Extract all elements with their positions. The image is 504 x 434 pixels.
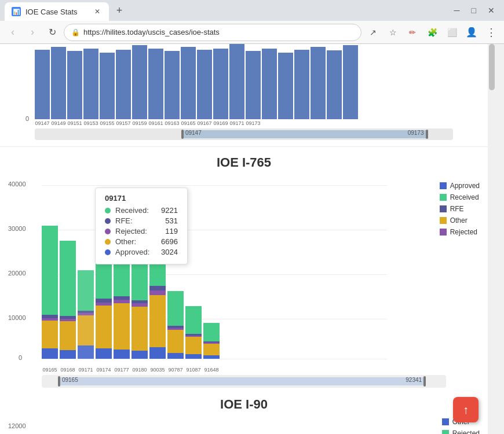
top-bar-chart: 0 xyxy=(0,44,488,147)
close-icon[interactable]: ✕ xyxy=(483,5,499,16)
slider-left-handle[interactable] xyxy=(181,130,184,139)
chart-765-slider[interactable]: 09165 92341 xyxy=(42,375,446,388)
x-label-09167: 09167 xyxy=(197,120,212,126)
scroll-up-button[interactable]: ↑ xyxy=(453,397,479,422)
y-label-40000: 40000 xyxy=(8,181,26,187)
forward-button[interactable]: › xyxy=(24,24,41,41)
chart-slider-left-label: 09165 xyxy=(62,377,78,383)
x-label-765-09171: 09171 xyxy=(78,367,94,373)
main-scroll-area[interactable]: 0 xyxy=(0,44,488,434)
x-label-765-09177: 09177 xyxy=(114,367,130,373)
tooltip-approved-value: 3024 xyxy=(161,248,178,256)
slider-left-label: 09147 xyxy=(185,130,202,136)
address-bar[interactable]: 🔒 https://hilites.today/uscis_cases/ioe-… xyxy=(64,24,361,41)
slider-right-label: 09173 xyxy=(408,130,424,136)
y-label-10000: 10000 xyxy=(8,314,26,321)
top-chart-y-zero: 0 xyxy=(25,115,29,122)
tooltip-rejected-label: Rejected: xyxy=(115,227,160,236)
x-label-09173: 09173 xyxy=(246,120,261,126)
top-bar-4 xyxy=(83,49,98,119)
top-bar-10 xyxy=(181,47,196,119)
refresh-button[interactable]: ↻ xyxy=(44,24,60,41)
top-bar-1 xyxy=(35,50,50,119)
x-label-765-09168: 09168 xyxy=(60,367,76,373)
top-bar-6 xyxy=(116,50,131,119)
scrollbar-thumb[interactable] xyxy=(489,44,495,90)
legend-90-rejected-label: Rejected xyxy=(452,429,480,434)
new-tab-button[interactable]: + xyxy=(111,2,127,19)
profile-icon[interactable]: 👤 xyxy=(463,24,480,41)
tooltip-rfe-label: RFE: xyxy=(115,216,160,225)
stacked-bar-09165[interactable] xyxy=(42,226,58,359)
x-label-09165: 09165 xyxy=(181,120,196,126)
share-icon[interactable]: ↗ xyxy=(365,24,381,41)
back-button[interactable]: ‹ xyxy=(5,24,21,41)
bookmark-icon[interactable]: ☆ xyxy=(385,24,401,41)
scrollbar[interactable] xyxy=(488,44,496,434)
extensions-icon[interactable]: 🧩 xyxy=(424,24,440,41)
chart-slider-right-handle[interactable] xyxy=(423,376,426,387)
slider-right-handle[interactable] xyxy=(426,130,428,139)
tooltip-rfe-value: 531 xyxy=(165,216,178,225)
legend-received-label: Received xyxy=(450,193,479,201)
tooltip-rejected-row: Rejected: 119 xyxy=(105,227,178,236)
x-label-765-90787: 90787 xyxy=(167,367,184,373)
x-label-09161: 09161 xyxy=(148,120,163,126)
y-label-12000: 12000 xyxy=(8,422,26,429)
tooltip-received-dot xyxy=(105,208,111,214)
menu-icon[interactable]: ⋮ xyxy=(483,24,499,41)
legend-other: Other xyxy=(440,216,480,225)
legend-rejected-label: Rejected xyxy=(450,228,477,236)
x-label-09153: 09153 xyxy=(83,120,98,126)
stacked-bar-09171[interactable] xyxy=(78,270,94,359)
y-label-20000: 20000 xyxy=(8,270,26,277)
x-label-09159: 09159 xyxy=(132,120,147,126)
browser-tab[interactable]: 📊 IOE Case Stats ✕ xyxy=(5,2,109,21)
top-bar-2 xyxy=(51,47,66,119)
y-label-30000: 30000 xyxy=(8,225,26,232)
top-bar-18 xyxy=(311,47,326,119)
x-label-09169: 09169 xyxy=(213,120,228,126)
tab-title: IOE Case Stats xyxy=(25,8,88,16)
top-bar-20 xyxy=(343,45,358,119)
chart-slider-left-handle[interactable] xyxy=(58,376,60,387)
stacked-bar-91648[interactable] xyxy=(203,323,220,359)
split-view-icon[interactable]: ⬜ xyxy=(444,24,460,41)
tooltip-approved-label: Approved: xyxy=(115,248,156,256)
url-text: https://hilites.today/uscis_cases/ioe-st… xyxy=(83,28,220,36)
chart-slider-right-label: 92341 xyxy=(406,377,422,383)
tooltip-received-value: 9221 xyxy=(161,206,178,215)
tooltip-rejected-dot xyxy=(105,229,111,234)
bars-container xyxy=(42,185,387,359)
chart-tooltip: 09171 Received: 9221 RFE: 531 Rejected: xyxy=(95,187,188,264)
stacked-bar-90787[interactable] xyxy=(167,291,184,359)
restore-icon[interactable]: □ xyxy=(467,5,481,16)
tooltip-approved-dot xyxy=(105,249,111,255)
tab-close-icon[interactable]: ✕ xyxy=(93,7,102,16)
x-label-765-90035: 90035 xyxy=(149,367,166,373)
x-label-09151: 09151 xyxy=(67,120,82,126)
top-bar-14 xyxy=(246,51,261,119)
chart-765-section: IOE I-765 40000 30000 20000 10000 0 xyxy=(0,155,488,388)
tooltip-other-row: Other: 6696 xyxy=(105,237,178,246)
x-label-09171: 09171 xyxy=(229,120,244,126)
page-content: 0 xyxy=(0,44,496,434)
minimize-icon[interactable]: ─ xyxy=(450,5,465,16)
top-chart-slider[interactable]: 09147 09173 xyxy=(35,128,453,140)
scroll-up-icon: ↑ xyxy=(463,403,469,417)
legend-90-rejected: Rejected xyxy=(442,429,480,434)
top-bar-3 xyxy=(67,51,82,119)
top-bar-16 xyxy=(278,53,293,119)
top-bar-19 xyxy=(327,50,342,119)
x-label-09157: 09157 xyxy=(116,120,131,126)
stacked-bar-09168[interactable] xyxy=(60,241,76,359)
x-label-09155: 09155 xyxy=(100,120,115,126)
top-bar-12 xyxy=(213,49,228,119)
legend-approved: Approved xyxy=(440,182,480,190)
tooltip-rejected-value: 119 xyxy=(165,227,178,236)
stacked-bar-91087[interactable] xyxy=(185,306,202,359)
chart-765-legend: Approved Received RFE Other xyxy=(440,182,480,236)
lock-icon: 🔒 xyxy=(71,28,80,36)
x-label-09149: 09149 xyxy=(51,120,66,126)
pen-icon[interactable]: ✏ xyxy=(404,24,421,41)
